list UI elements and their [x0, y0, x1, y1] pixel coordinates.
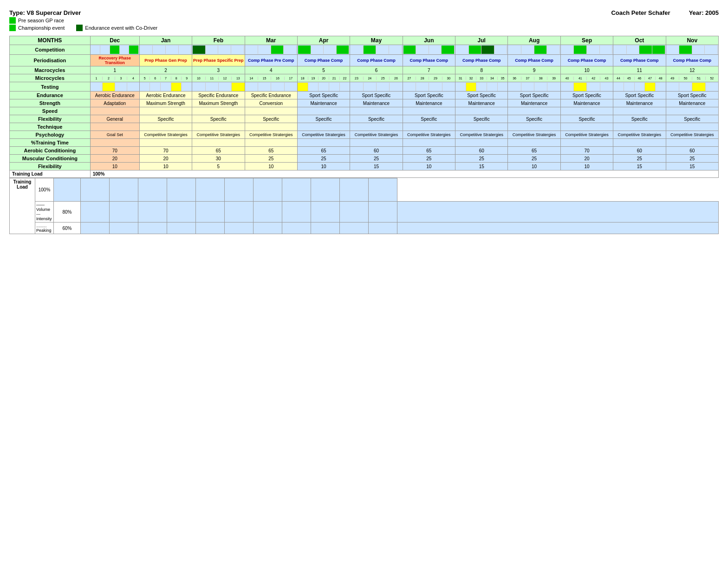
psych-sep: Competitive Stratergies [560, 131, 613, 139]
flex-may: Specific [350, 115, 403, 123]
speed-mar [245, 107, 297, 115]
speed-row: Speed [10, 107, 719, 115]
flex-oct: Specific [613, 115, 666, 123]
month-feb: Feb [192, 36, 245, 45]
macro-8: 8 [455, 66, 508, 74]
flex-jan: Specific [139, 115, 192, 123]
aerobic-label: Aerobic Conditioning [10, 147, 91, 155]
flex-apr: Specific [297, 115, 350, 123]
psych-apr: Competitive Stratergies [297, 131, 350, 139]
tl-100-pct: 100% [35, 178, 54, 202]
end-apr: Sport Specific [297, 92, 350, 99]
end-sep: Sport Specific [560, 92, 613, 99]
speed-nov [666, 107, 718, 115]
speed-feb [192, 107, 245, 115]
periodisation-row: Periodisation Recovery Phase Transition … [10, 55, 719, 66]
flex-feb: Specific [192, 115, 245, 123]
month-may: May [350, 36, 403, 45]
months-header-row: MONTHS Dec Jan Feb Mar Apr May Jun Jul A… [10, 36, 719, 45]
tech-jun [403, 123, 455, 131]
tech-oct [613, 123, 666, 131]
competition-label: Competition [10, 45, 91, 55]
tt-oct [613, 139, 666, 147]
period-oct: Comp Phase Comp [613, 55, 666, 66]
legend1-text: Pre season GP race [18, 18, 64, 23]
psych-may: Competitive Stratergies [350, 131, 403, 139]
tech-aug [508, 123, 560, 131]
speed-label: Speed [10, 107, 91, 115]
tech-apr [297, 123, 350, 131]
speed-may [350, 107, 403, 115]
micro-feb: 10 11 12 13 [192, 74, 245, 82]
tl-80-pct: 80% [54, 202, 81, 223]
micro-aug: 36 37 38 39 [508, 74, 560, 82]
macro-4: 4 [245, 66, 297, 74]
tt-feb [192, 139, 245, 147]
aer-aug: 65 [508, 147, 560, 155]
tech-mar [245, 123, 297, 131]
period-nov: Comp Phase Comp [666, 55, 718, 66]
str-may: Maintenance [350, 99, 403, 107]
macro-11: 11 [613, 66, 666, 74]
aer-dec: 70 [90, 147, 139, 155]
flp-jul: 15 [455, 163, 508, 170]
header: Type: V8 Supercar Driver Pre season GP r… [9, 9, 719, 31]
micro-oct: 44 45 46 47 48 [613, 74, 666, 82]
month-jun: Jun [403, 36, 455, 45]
flp-feb: 5 [192, 163, 245, 170]
tech-sep [560, 123, 613, 131]
aer-jan: 70 [139, 147, 192, 155]
end-aug: Sport Specific [508, 92, 560, 99]
endurance-label: Endurance [10, 92, 91, 99]
mus-jul: 25 [455, 155, 508, 163]
speed-jan [139, 107, 192, 115]
comp-feb [192, 45, 245, 55]
mus-sep: 20 [560, 155, 613, 163]
flp-may: 15 [350, 163, 403, 170]
period-jan: Prep Phase Gen Prep [139, 55, 192, 66]
flex-sep: Specific [560, 115, 613, 123]
mus-oct: 25 [613, 155, 666, 163]
header-right: Coach Peter Schafer Year: 2005 [611, 9, 719, 16]
training-time-label: %Training Time [10, 139, 91, 147]
psych-nov: Competitive Stratergies [666, 131, 718, 139]
end-feb: Specific Endurance [192, 92, 245, 99]
macrocycles-label: Macrocycles [10, 66, 91, 74]
macro-7: 7 [403, 66, 455, 74]
str-feb: Maximum Strength [192, 99, 245, 107]
speed-sep [560, 107, 613, 115]
speed-jun [403, 107, 455, 115]
competition-row: Competition [10, 45, 719, 55]
technique-row: Technique [10, 123, 719, 131]
month-dec: Dec [90, 36, 139, 45]
testing-dec [90, 82, 139, 92]
comp-jun [403, 45, 455, 55]
micro-may: 23 24 25 26 [350, 74, 403, 82]
flex-jul: Specific [455, 115, 508, 123]
muscular-row: Muscular Conditioning 20 20 30 25 25 25 … [10, 155, 719, 163]
tl-peaking-row: ......... Peaking 60% [10, 223, 719, 234]
comp-apr [297, 45, 350, 55]
mus-mar: 25 [245, 155, 297, 163]
macro-10: 10 [560, 66, 613, 74]
legend-green-box [9, 17, 16, 24]
psych-jul: Competitive Stratergies [455, 131, 508, 139]
microcycles-label: Microcycles [10, 74, 91, 82]
testing-row: Testing [10, 82, 719, 92]
macro-6: 6 [350, 66, 403, 74]
comp-oct [613, 45, 666, 55]
aer-apr: 65 [297, 147, 350, 155]
str-nov: Maintenance [666, 99, 718, 107]
str-aug: Maintenance [508, 99, 560, 107]
speed-dec [90, 107, 139, 115]
flex-aug: Specific [508, 115, 560, 123]
macro-12: 12 [666, 66, 718, 74]
endurance-row: Endurance Aerobic Endurance Aerobic Endu… [10, 92, 719, 99]
flexibility-row: Flexibility General Specific Specific Sp… [10, 115, 719, 123]
aer-may: 60 [350, 147, 403, 155]
legend-endurance-box [76, 25, 83, 31]
month-nov: Nov [666, 36, 718, 45]
psych-mar: Competitive Stratergies [245, 131, 297, 139]
psychology-row: Psychology Goal Set Competitive Straterg… [10, 131, 719, 139]
testing-sep [560, 82, 613, 92]
